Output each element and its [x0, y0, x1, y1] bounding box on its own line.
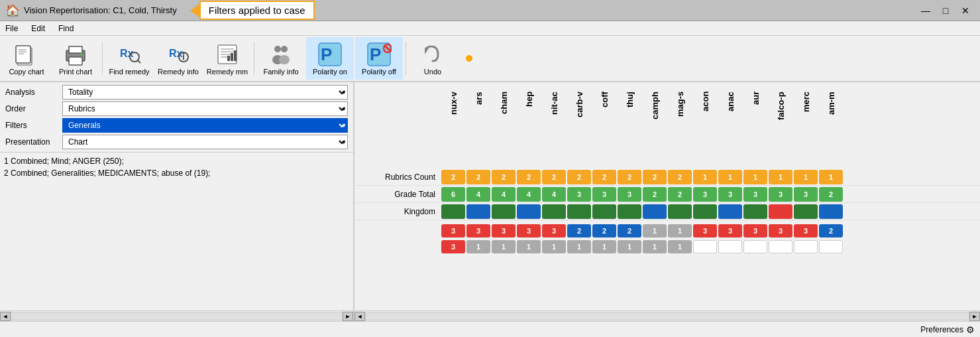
- remedy-name[interactable]: nux-v: [449, 89, 459, 168]
- title-text: Vision Repertorisation: C1, Cold, Thirst…: [24, 5, 177, 15]
- remedy-header-col: am-m: [818, 89, 844, 168]
- remedy-name[interactable]: ars: [474, 89, 484, 168]
- remedy-name[interactable]: coff: [600, 89, 610, 168]
- scroll-track-right[interactable]: [365, 312, 969, 320]
- grade-total-cell: 4: [492, 187, 516, 202]
- grade-total-cell: 2: [668, 187, 692, 202]
- svg-rect-21: [227, 56, 230, 61]
- rubrics-count-cell: 2: [466, 170, 490, 184]
- score-row: 3333322211333332: [354, 223, 980, 239]
- score-cell: [743, 240, 767, 253]
- remedy-header-col: merc: [793, 89, 818, 168]
- scroll-right-btn[interactable]: ►: [343, 312, 353, 321]
- score-cell: 3: [542, 224, 566, 237]
- remedy-name[interactable]: falco-p: [776, 89, 786, 168]
- remedy-name[interactable]: hep: [524, 89, 534, 168]
- remedy-header: nux-varschamhepnit-accarb-vcoffthujcamph…: [441, 82, 980, 168]
- polarity-on-icon: P: [317, 41, 343, 68]
- maximize-button[interactable]: □: [936, 1, 955, 20]
- remedy-header-col: ars: [466, 89, 491, 168]
- remedy-info-icon: Rx: [165, 41, 191, 68]
- score-cell: 3: [441, 224, 465, 237]
- find-remedy-button[interactable]: Rx Find remedy: [105, 37, 153, 80]
- undo-button[interactable]: Undo: [409, 37, 457, 80]
- remedy-mm-button[interactable]: Remedy mm: [203, 37, 251, 80]
- preferences-label[interactable]: Preferences: [920, 325, 963, 334]
- rubrics-count-cell: 2: [618, 170, 641, 184]
- remedy-name[interactable]: nit-ac: [549, 89, 559, 168]
- analysis-select[interactable]: Totality: [62, 85, 348, 100]
- score-cell: 1: [668, 224, 692, 237]
- find-remedy-icon: Rx: [116, 41, 142, 68]
- polarity-off-button[interactable]: P Polarity off: [355, 37, 403, 80]
- list-item[interactable]: 1 Combined; Mind; ANGER (250);: [4, 155, 349, 167]
- remedy-name[interactable]: mag-s: [675, 89, 685, 168]
- remedy-header-col: carb-v: [567, 89, 592, 168]
- grade-total-cell: 3: [718, 187, 742, 202]
- kingdom-label: Kingdom: [354, 207, 441, 216]
- grade-total-cell: 3: [618, 187, 641, 202]
- remedy-mm-icon: [214, 41, 241, 68]
- remedy-name[interactable]: acon: [700, 89, 710, 168]
- data-rows: Rubrics Count2222222222111111Grade Total…: [354, 168, 980, 220]
- remedy-header-col: cham: [491, 89, 516, 168]
- remedy-name[interactable]: camph: [650, 89, 660, 168]
- remedy-name[interactable]: aur: [751, 89, 761, 168]
- remedy-name[interactable]: cham: [499, 89, 509, 168]
- grade-total-cell: 2: [819, 187, 843, 202]
- kingdom-row: Kingdom: [354, 203, 980, 220]
- print-chart-button[interactable]: Print chart: [52, 37, 99, 80]
- family-info-button[interactable]: Family info: [257, 37, 305, 80]
- remedy-name[interactable]: merc: [801, 89, 811, 168]
- remedy-header-col: camph: [642, 89, 667, 168]
- presentation-select[interactable]: Chart: [62, 135, 348, 149]
- svg-point-27: [279, 55, 290, 64]
- scroll-left-btn[interactable]: ◄: [0, 312, 11, 321]
- order-select[interactable]: Rubrics: [62, 101, 348, 116]
- kingdom-cell: [492, 204, 516, 219]
- rubrics-count-cell: 1: [794, 170, 818, 184]
- print-chart-icon: [62, 41, 89, 68]
- kingdom-cell: [769, 204, 792, 219]
- grade-total-cell: 3: [693, 187, 717, 202]
- app-icon: 🏠: [5, 3, 20, 18]
- filter-badge: Filters applied to case: [199, 1, 315, 20]
- rubrics-count-cell: 2: [517, 170, 541, 184]
- remedy-header-col: hep: [516, 89, 541, 168]
- svg-text:P: P: [370, 44, 381, 64]
- score-cell: 3: [517, 224, 541, 237]
- rubrics-count-cell: 2: [542, 170, 566, 184]
- remedy-name[interactable]: anac: [726, 89, 735, 168]
- polarity-on-button[interactable]: P Polarity on: [306, 37, 354, 80]
- order-select-wrapper: Rubrics ▼: [62, 101, 348, 116]
- close-button[interactable]: ✕: [956, 1, 975, 20]
- grade-total-cell: 3: [567, 187, 591, 202]
- analysis-row: Analysis Totality ▼: [5, 85, 348, 100]
- score-row: 3111111111: [354, 239, 980, 255]
- preferences-icon: ⚙: [966, 324, 975, 335]
- copy-chart-button[interactable]: Copy chart: [3, 37, 50, 80]
- rubrics-count-cell: 1: [769, 170, 792, 184]
- rubrics-count-cell: 2: [441, 170, 465, 184]
- scroll-left-btn2[interactable]: ◄: [354, 312, 365, 321]
- remedy-name[interactable]: carb-v: [574, 89, 584, 168]
- scroll-right-btn2[interactable]: ►: [969, 312, 980, 321]
- score-cell: [794, 240, 818, 253]
- kingdom-cell: [618, 204, 641, 219]
- rubrics-count-cell: 2: [592, 170, 616, 184]
- list-item[interactable]: 2 Combined; Generalities; MEDICAMENTS; a…: [4, 167, 349, 179]
- menu-find[interactable]: Find: [56, 23, 76, 34]
- minimize-button[interactable]: —: [916, 1, 935, 20]
- remedy-name[interactable]: am-m: [826, 89, 836, 168]
- grade-total-cell: 3: [769, 187, 792, 202]
- score-cell: 2: [592, 224, 616, 237]
- filters-select[interactable]: Generals: [62, 118, 348, 133]
- grade-total-cell: 2: [643, 187, 667, 202]
- remedy-name[interactable]: thuj: [625, 89, 635, 168]
- scroll-track-left[interactable]: [11, 312, 343, 320]
- remedy-header-col: nux-v: [441, 89, 466, 168]
- menu-edit[interactable]: Edit: [28, 23, 48, 34]
- menu-file[interactable]: File: [3, 23, 21, 34]
- rubrics-count-cell: 1: [693, 170, 717, 184]
- remedy-info-button[interactable]: Rx Remedy info: [154, 37, 202, 80]
